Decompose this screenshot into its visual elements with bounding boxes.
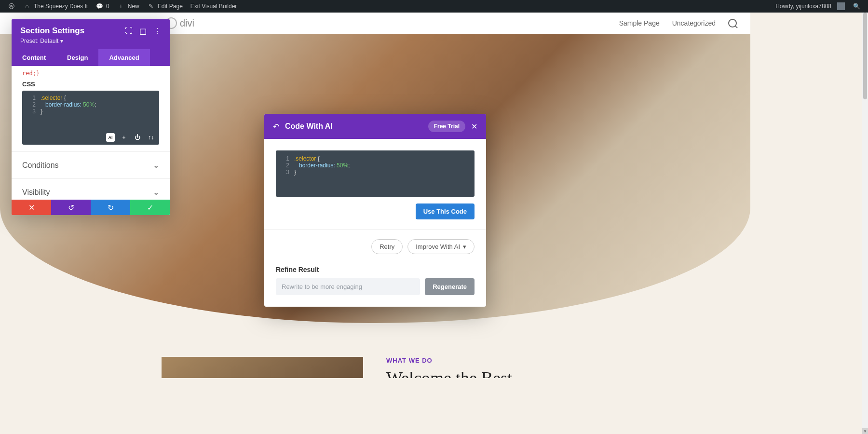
new-link[interactable]: +New — [113, 0, 143, 13]
chevron-down-icon: ▾ — [463, 243, 466, 250]
section-settings-panel: Section Settings ⛶ ◫ ⋮ Preset: Default ▾… — [12, 19, 170, 215]
tab-advanced[interactable]: Advanced — [98, 49, 149, 66]
modal-title: Code With AI — [285, 122, 422, 131]
comment-icon: 💬 — [95, 2, 103, 10]
free-trial-badge[interactable]: Free Trial — [428, 121, 465, 132]
refine-input[interactable] — [276, 278, 420, 295]
intro-section: ⋯ WHAT WE DO Welcome the Best — [0, 338, 750, 378]
pencil-icon: ✎ — [147, 2, 155, 10]
use-this-code-button[interactable]: Use This Code — [416, 203, 475, 219]
back-icon[interactable]: ↶ — [273, 122, 279, 131]
ai-code-preview[interactable]: 1.selector { 2 border-radius: 50%; 3} — [276, 150, 475, 197]
wp-admin-bar: ⓦ ⌂The Squeezy Does It 💬0 +New ✎Edit Pag… — [0, 0, 750, 13]
ai-icon[interactable]: AI — [106, 133, 115, 142]
css-editor[interactable]: 1.selector { 2 border-radius: 50%; 3} AI… — [22, 91, 159, 145]
edit-page-link[interactable]: ✎Edit Page — [143, 0, 187, 13]
code-hint: red;} — [22, 70, 159, 77]
panel-tabs: Content Design Advanced — [12, 49, 170, 66]
headline-text: Welcome the Best — [386, 368, 589, 378]
undo-button[interactable]: ↺ — [51, 200, 91, 215]
eyebrow-text: WHAT WE DO — [386, 357, 589, 364]
accordion-conditions[interactable]: Conditions ⌄ — [12, 151, 170, 178]
nav-search-icon[interactable] — [728, 19, 737, 27]
tab-design[interactable]: Design — [56, 49, 98, 66]
panel-actions: ✕ ↺ ↻ ✓ — [12, 200, 170, 215]
tab-content[interactable]: Content — [12, 49, 56, 66]
kebab-icon[interactable]: ⋮ — [153, 27, 161, 36]
nav-uncategorized[interactable]: Uncategorized — [672, 19, 716, 27]
css-label: CSS — [22, 81, 159, 88]
chevron-down-icon: ⌄ — [153, 188, 159, 197]
dock-icon[interactable]: ◫ — [139, 27, 147, 36]
accordion-visibility[interactable]: Visibility ⌄ — [12, 178, 170, 200]
improve-with-ai-button[interactable]: Improve With AI▾ — [407, 239, 475, 254]
dashboard-icon: ⌂ — [23, 2, 31, 10]
chevron-down-icon: ⌄ — [153, 161, 159, 170]
add-icon[interactable]: + — [120, 133, 128, 142]
sort-icon[interactable]: ↑↓ — [147, 133, 155, 142]
close-icon[interactable]: ✕ — [471, 122, 477, 131]
retry-button[interactable]: Retry — [371, 239, 403, 254]
wp-logo[interactable]: ⓦ — [4, 0, 19, 13]
wordpress-icon: ⓦ — [8, 2, 15, 10]
save-button[interactable]: ✓ — [130, 200, 170, 215]
plus-icon: + — [117, 2, 125, 10]
code-with-ai-modal: ↶ Code With AI Free Trial ✕ 1.selector {… — [264, 114, 486, 307]
nav-sample-page[interactable]: Sample Page — [619, 19, 660, 27]
focus-icon[interactable]: ⛶ — [125, 27, 133, 35]
panel-title: Section Settings — [20, 26, 84, 36]
comments-link[interactable]: 💬0 — [92, 0, 113, 13]
exit-builder-link[interactable]: Exit Visual Builder — [187, 0, 241, 13]
site-logo[interactable]: divi — [165, 17, 194, 29]
intro-image — [162, 357, 363, 378]
power-icon[interactable]: ⏻ — [133, 133, 142, 142]
refine-label: Refine Result — [276, 266, 475, 273]
preset-dropdown[interactable]: Preset: Default ▾ — [20, 38, 161, 44]
redo-button[interactable]: ↻ — [91, 200, 130, 215]
regenerate-button[interactable]: Regenerate — [425, 278, 475, 295]
site-name-link[interactable]: ⌂The Squeezy Does It — [19, 0, 92, 13]
cancel-button[interactable]: ✕ — [12, 200, 51, 215]
